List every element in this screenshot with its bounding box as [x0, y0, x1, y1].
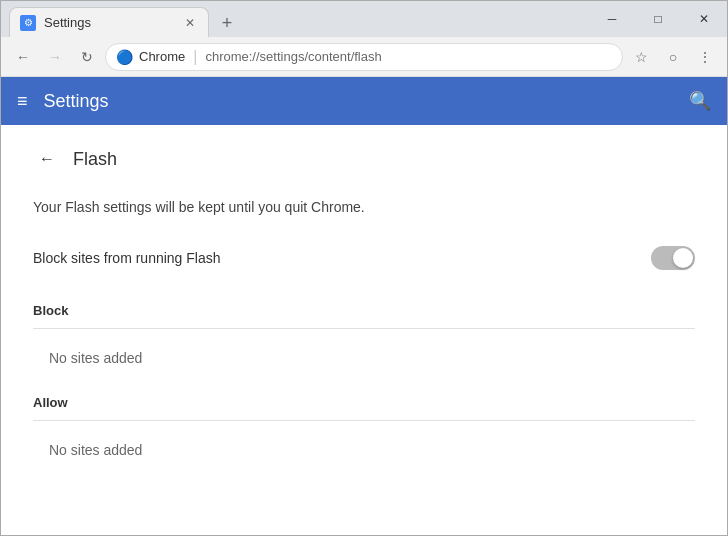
- bookmark-button[interactable]: ☆: [627, 43, 655, 71]
- settings-search-icon[interactable]: 🔍: [689, 90, 711, 112]
- block-section-title: Block: [33, 303, 695, 318]
- block-flash-toggle-row: Block sites from running Flash: [33, 246, 695, 271]
- window-controls: ─ □ ✕: [589, 1, 727, 37]
- url-bar[interactable]: 🔵 Chrome | chrome://settings/content/fla…: [105, 43, 623, 71]
- allow-empty-text: No sites added: [33, 442, 142, 458]
- back-button[interactable]: ←: [33, 145, 61, 173]
- settings-header: ≡ Settings 🔍: [1, 77, 727, 125]
- url-chrome-label: Chrome: [139, 49, 185, 64]
- content-area: ← Flash Your Flash settings will be kept…: [1, 125, 727, 535]
- allow-section: Allow No sites added: [33, 395, 695, 459]
- block-empty-text: No sites added: [33, 350, 142, 366]
- toggle-thumb: [673, 248, 693, 268]
- block-section: Block No sites added: [33, 303, 695, 367]
- menu-button[interactable]: ⋮: [691, 43, 719, 71]
- browser-window: ⚙ Settings ✕ + ─ □ ✕ ← → ↻ 🔵 Chrome | ch…: [0, 0, 728, 536]
- page-header: ← Flash: [33, 145, 695, 173]
- window-close-button[interactable]: ✕: [681, 1, 727, 37]
- block-flash-label: Block sites from running Flash: [33, 250, 221, 266]
- address-bar: ← → ↻ 🔵 Chrome | chrome://settings/conte…: [1, 37, 727, 77]
- block-divider: [33, 328, 695, 329]
- flash-info-text: Your Flash settings will be kept until y…: [33, 197, 695, 218]
- hamburger-menu-icon[interactable]: ≡: [17, 91, 28, 112]
- page-title: Flash: [73, 149, 117, 170]
- secure-icon: 🔵: [116, 49, 133, 65]
- toggle-track: [651, 246, 695, 270]
- url-path: chrome://settings/content/flash: [205, 49, 381, 64]
- back-nav-button[interactable]: ←: [9, 43, 37, 71]
- allow-section-title: Allow: [33, 395, 695, 410]
- new-tab-button[interactable]: +: [213, 9, 241, 37]
- maximize-button[interactable]: □: [635, 1, 681, 37]
- tab-favicon: ⚙: [20, 15, 36, 31]
- allow-divider: [33, 420, 695, 421]
- account-button[interactable]: ○: [659, 43, 687, 71]
- tab-title: Settings: [44, 15, 174, 30]
- reload-button[interactable]: ↻: [73, 43, 101, 71]
- url-pipe: |: [193, 48, 197, 66]
- settings-header-title: Settings: [44, 91, 689, 112]
- active-tab[interactable]: ⚙ Settings ✕: [9, 7, 209, 37]
- address-bar-right: ☆ ○ ⋮: [627, 43, 719, 71]
- title-bar: ⚙ Settings ✕ + ─ □ ✕: [1, 1, 727, 37]
- minimize-button[interactable]: ─: [589, 1, 635, 37]
- block-flash-toggle[interactable]: [651, 246, 695, 270]
- forward-nav-button[interactable]: →: [41, 43, 69, 71]
- tabs-area: ⚙ Settings ✕ +: [1, 7, 589, 37]
- main-content: ← Flash Your Flash settings will be kept…: [1, 125, 727, 535]
- tab-close-button[interactable]: ✕: [182, 15, 198, 31]
